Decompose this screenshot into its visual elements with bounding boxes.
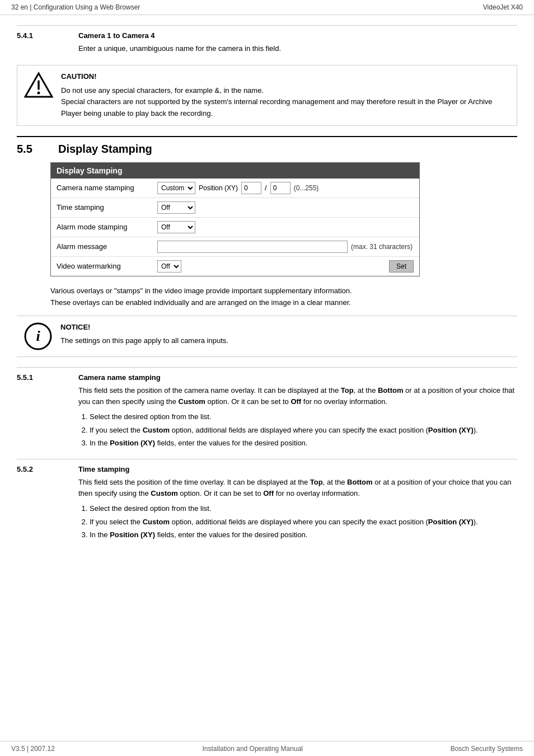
section-552-para1: This field sets the position of the time… [78, 477, 517, 500]
section-551-body: This field sets the position of the came… [78, 385, 517, 449]
stamping-control-alarm-msg: (max. 31 characters) [157, 241, 414, 253]
list-item: Select the desired option from the list. [90, 411, 517, 422]
list-item: In the Position (XY) fields, enter the v… [90, 438, 517, 449]
stamping-label-alarm-mode: Alarm mode stamping [57, 223, 157, 231]
section-552-title: Time stamping [78, 465, 130, 473]
notice-text: NOTICE! The settings on this page apply … [60, 322, 228, 348]
caution-line1: Do not use any special characters, for e… [61, 86, 264, 95]
caution-box: CAUTION! Do not use any special characte… [17, 65, 517, 126]
section-55-num: 5.5 [17, 143, 45, 156]
notice-body: The settings on this page apply to all c… [60, 336, 228, 345]
section-552-num: 5.5.2 [17, 465, 78, 473]
header-right: VideoJet X40 [483, 3, 523, 11]
stamping-row-time: Time stamping Off Top Bottom Custom [51, 198, 419, 218]
alarm-mode-select[interactable]: Off Top Bottom Custom [157, 221, 195, 233]
overlays-text1: Various overlays or "stamps" in the vide… [50, 287, 352, 295]
footer-right: Bosch Security Systems [451, 745, 523, 753]
list-item: If you select the Custom option, additio… [90, 516, 517, 528]
section-551: 5.5.1 Camera name stamping This field se… [17, 367, 517, 449]
section-541-title: Camera 1 to Camera 4 [78, 31, 155, 40]
watermark-select[interactable]: Off On [157, 260, 181, 273]
camera-stamping-select[interactable]: Custom Off Top Bottom [157, 182, 195, 194]
section-541-desc: Enter a unique, unambiguous name for the… [78, 43, 517, 55]
section-541-header: 5.4.1 Camera 1 to Camera 4 [17, 31, 517, 40]
section-55-header-row: 5.5 Display Stamping [17, 136, 517, 156]
section-541: 5.4.1 Camera 1 to Camera 4 Enter a uniqu… [17, 25, 517, 55]
stamping-label-alarm-msg: Alarm message [57, 242, 157, 251]
stamping-control-watermark: Off On Set [157, 260, 414, 273]
section-552-header: 5.5.2 Time stamping [17, 465, 517, 473]
position-xy-label: Position (XY) [199, 184, 238, 192]
range-label: (0...255) [294, 184, 319, 192]
list-item: In the Position (XY) fields, enter the v… [90, 529, 517, 541]
section-55-title: Display Stamping [58, 143, 152, 156]
section-551-title: Camera name stamping [78, 373, 161, 382]
stamping-control-alarm-mode: Off Top Bottom Custom [157, 221, 414, 233]
list-item: Select the desired option from the list. [90, 503, 517, 514]
alarm-message-input[interactable] [157, 241, 348, 253]
header-bar: 32 en | Configuration Using a Web Browse… [0, 0, 534, 15]
display-stamping-table: Display Stamping Camera name stamping Cu… [50, 162, 420, 276]
footer-left: V3.5 | 2007.12 [11, 745, 55, 753]
notice-label: NOTICE! [60, 322, 228, 334]
section-541-body: Enter a unique, unambiguous name for the… [78, 43, 517, 55]
stamping-control-camera: Custom Off Top Bottom Position (XY) / (0… [157, 182, 414, 194]
display-stamping-table-container: Display Stamping Camera name stamping Cu… [50, 162, 517, 276]
section-552: 5.5.2 Time stamping This field sets the … [17, 459, 517, 541]
section-551-num: 5.5.1 [17, 373, 78, 382]
stamping-row-alarm-msg: Alarm message (max. 31 characters) [51, 237, 419, 257]
svg-text:i: i [36, 328, 40, 344]
caution-text: CAUTION! Do not use any special characte… [61, 71, 510, 120]
section-552-body: This field sets the position of the time… [78, 477, 517, 541]
stamping-row-watermark: Video watermarking Off On Set [51, 257, 419, 276]
caution-icon [24, 71, 53, 100]
footer-center: Installation and Operating Manual [203, 745, 303, 753]
overlays-text2: These overlays can be enabled individual… [50, 298, 351, 307]
footer-bar: V3.5 | 2007.12 Installation and Operatin… [0, 741, 534, 756]
svg-point-2 [38, 91, 40, 94]
caution-line2: Special characters are not supported by … [61, 97, 493, 118]
stamping-row-alarm-mode: Alarm mode stamping Off Top Bottom Custo… [51, 218, 419, 237]
stamping-row-camera: Camera name stamping Custom Off Top Bott… [51, 179, 419, 198]
header-left: 32 en | Configuration Using a Web Browse… [11, 3, 140, 11]
max-chars-label: (max. 31 characters) [351, 243, 413, 251]
main-content: 5.4.1 Camera 1 to Camera 4 Enter a uniqu… [0, 15, 534, 567]
section-551-header: 5.5.1 Camera name stamping [17, 373, 517, 382]
position-y-input[interactable] [270, 182, 291, 194]
stamping-table-header: Display Stamping [51, 163, 419, 179]
notice-box: i NOTICE! The settings on this page appl… [17, 316, 517, 357]
overlays-text: Various overlays or "stamps" in the vide… [50, 285, 517, 309]
list-item: If you select the Custom option, additio… [90, 425, 517, 436]
section-551-list: Select the desired option from the list.… [90, 411, 517, 449]
position-x-input[interactable] [241, 182, 261, 194]
stamping-control-time: Off Top Bottom Custom [157, 201, 414, 214]
slash-separator: / [265, 184, 267, 192]
stamping-label-time: Time stamping [57, 203, 157, 212]
set-button[interactable]: Set [389, 260, 414, 273]
section-551-para1: This field sets the position of the came… [78, 385, 517, 408]
stamping-label-camera: Camera name stamping [57, 184, 157, 192]
section-541-num: 5.4.1 [17, 31, 78, 40]
stamping-label-watermark: Video watermarking [57, 262, 157, 270]
notice-icon: i [24, 322, 53, 351]
time-stamping-select[interactable]: Off Top Bottom Custom [157, 201, 195, 214]
section-552-list: Select the desired option from the list.… [90, 503, 517, 541]
caution-label: CAUTION! [61, 71, 510, 83]
